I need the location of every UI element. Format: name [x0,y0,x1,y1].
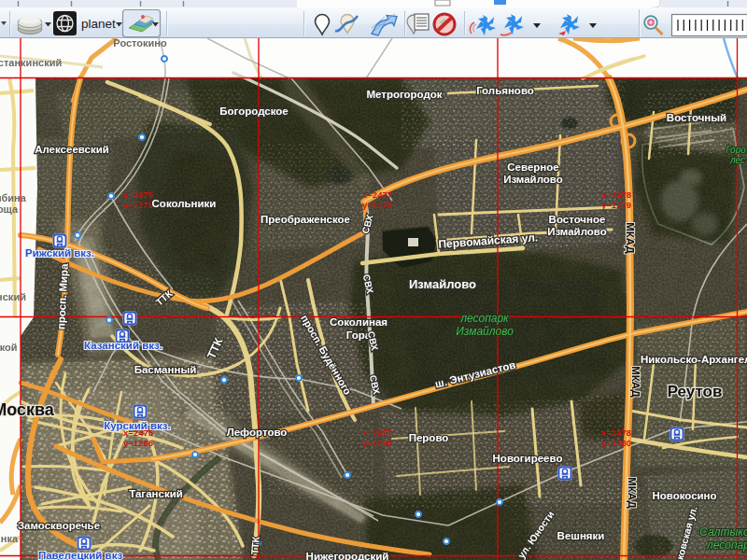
svg-text:ской: ской [0,342,17,353]
svg-text:Казанский вкз.: Казанский вкз. [84,340,162,351]
svg-text:Нижегородский: Нижегородский [306,551,389,560]
svg-text:Павелецкий вкз: Павелецкий вкз [38,550,123,560]
svg-text:Перово: Перово [409,432,449,443]
svg-text:x=2477: x=2477 [362,189,392,200]
svg-text:Салтыко: Салтыко [699,525,747,539]
svg-text:Горо: Горо [726,145,746,155]
svg-text:y=1279: y=1279 [601,200,631,210]
svg-text:нский: нский [0,291,26,302]
svg-text:planet: planet [81,17,116,31]
svg-text:Никольско-Архангельское: Никольско-Архангельское [641,354,747,365]
svg-text:Курский вкз.: Курский вкз. [104,420,171,431]
svg-text:Восточный: Восточный [667,112,726,123]
svg-text:y=1278: y=1278 [123,200,153,210]
svg-text:нка: нка [1,533,19,544]
svg-text:Рижский вкз.: Рижский вкз. [25,247,94,259]
svg-text:Гольяново: Гольяново [476,85,534,96]
svg-text:Метрогородок: Метрогородок [366,89,442,100]
svg-text:Новокосино: Новокосино [652,490,716,501]
svg-text:y=1280: y=1280 [362,438,392,448]
svg-text:Замоскворечье: Замоскворечье [18,520,100,531]
svg-text:Измайлово: Измайлово [547,226,607,237]
svg-text:Богородское: Богородское [219,105,288,117]
svg-text:x=2478: x=2478 [601,189,631,200]
svg-text:станкинский: станкинский [0,57,62,68]
svg-text:Восточное: Восточное [549,214,606,225]
svg-text:МКАД: МКАД [625,222,636,254]
svg-text:Сокольники: Сокольники [152,198,217,209]
svg-text:x=2477: x=2477 [362,427,392,438]
svg-text:Вешняки: Вешняки [557,530,605,541]
svg-text:Алексеевский: Алексеевский [35,144,109,155]
svg-text:y=1280: y=1280 [601,438,631,448]
svg-text:ыбина: ыбина [0,192,27,203]
svg-text:Соколиная: Соколиная [330,316,388,328]
svg-text:Новогиреево: Новогиреево [493,453,563,464]
svg-text:y=1286: y=1286 [123,438,153,448]
svg-text:оща: оща [0,203,19,215]
svg-text:x=2475: x=2475 [123,189,154,200]
svg-text:МКАД: МКАД [630,366,641,398]
svg-text:Басманный: Басманный [134,364,197,375]
svg-text:Измайлово: Измайлово [456,325,514,338]
svg-text:Реутов: Реутов [668,383,723,400]
svg-text:Измайлово: Измайлово [409,277,476,291]
svg-text:y=1279: y=1279 [362,200,392,210]
svg-text:ТТК: ТТК [248,536,261,555]
svg-text:лесопар: лесопар [706,539,747,552]
svg-text:Преображенское: Преображенское [261,214,350,225]
svg-text:Ростокино: Ростокино [113,38,167,49]
svg-text:Северное: Северное [507,161,558,173]
svg-text:Измайлово: Измайлово [503,174,563,185]
svg-text:x=2478: x=2478 [601,427,631,438]
svg-text:Москва: Москва [0,400,55,419]
svg-text:МКАД: МКАД [627,477,638,509]
svg-text:Таганский: Таганский [129,488,183,499]
svg-text:лесопарк: лесопарк [459,312,510,325]
svg-text:Лефортово: Лефортово [227,427,288,438]
svg-text:лес: лес [729,155,745,165]
